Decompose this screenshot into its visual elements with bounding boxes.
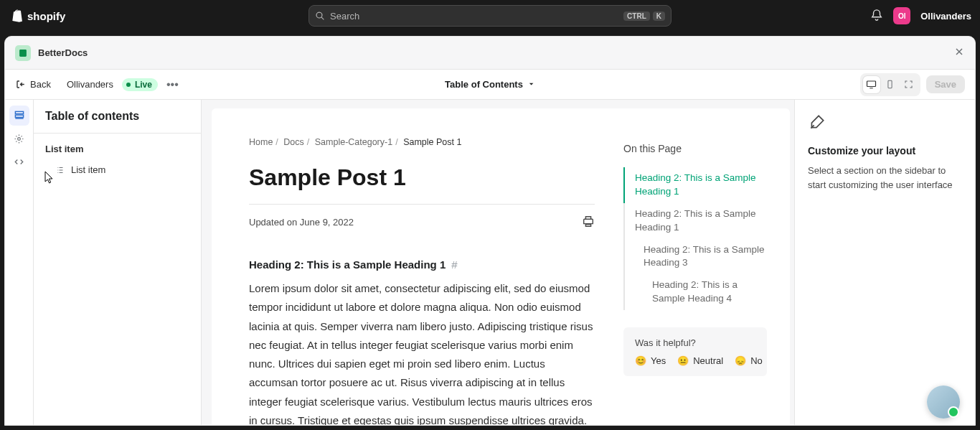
section-label[interactable]: List item [45, 144, 189, 154]
svg-rect-1 [867, 81, 876, 87]
breadcrumb-item[interactable]: Home [249, 137, 273, 147]
customize-desc: Select a section on the sidebar to start… [808, 164, 962, 192]
rail-code-button[interactable] [9, 151, 29, 172]
rail-settings-button[interactable] [9, 128, 29, 149]
preview-scroll[interactable]: Home/ Docs/ Sample-Category-1/ Sample Po… [212, 108, 790, 425]
svg-rect-4 [15, 115, 23, 117]
feedback-question: Was it helpful? [635, 337, 755, 348]
svg-rect-3 [15, 111, 23, 113]
store-crumb[interactable]: Ollivanders [67, 79, 113, 90]
otp-item[interactable]: Heading 2: This is a Sample Heading 1 [623, 167, 767, 203]
status-badge: Live [122, 78, 158, 91]
list-icon [55, 165, 65, 175]
doc-heading-2: Heading 2: This is a Sample Heading 1 # [249, 258, 595, 271]
save-button[interactable]: Save [926, 75, 965, 93]
tree-item-label: List item [71, 164, 105, 175]
customize-title: Customize your layout [808, 145, 962, 156]
app-title: BetterDocs [38, 47, 88, 58]
rail-sections-button[interactable] [9, 106, 29, 126]
status-label: Live [135, 80, 152, 90]
search-icon [315, 11, 326, 22]
exit-icon [15, 79, 26, 90]
feedback-box: Was it helpful? 😊Yes 😐Neutral 😞No [623, 327, 767, 376]
svg-point-5 [18, 137, 21, 140]
brush-icon [808, 113, 962, 134]
kbd-k: K [653, 11, 665, 21]
chevron-down-icon [527, 80, 535, 88]
print-icon[interactable] [582, 215, 595, 230]
svg-rect-0 [19, 50, 27, 57]
svg-rect-2 [888, 80, 892, 88]
otp-item[interactable]: Heading 2: This is a Sample Heading 3 [623, 239, 767, 275]
updated-date: Updated on June 9, 2022 [249, 217, 354, 228]
device-mobile-button[interactable] [882, 76, 899, 93]
more-actions-button[interactable]: ••• [166, 79, 179, 90]
left-icon-rail [5, 100, 34, 425]
notifications-icon[interactable] [870, 9, 883, 24]
search-placeholder: Search [330, 11, 359, 22]
breadcrumb-current: Sample Post 1 [403, 137, 461, 147]
anchor-hash-icon[interactable]: # [451, 258, 457, 271]
store-name[interactable]: Ollivanders [920, 11, 971, 22]
close-icon[interactable] [953, 46, 965, 60]
tree-item-list[interactable]: List item [45, 162, 189, 178]
back-label: Back [30, 79, 51, 90]
device-fullscreen-button[interactable] [900, 76, 918, 93]
feedback-no[interactable]: 😞No [735, 355, 763, 366]
template-dropdown-label: Table of Contents [445, 79, 523, 90]
otp-item[interactable]: Heading 2: This is a Sample Heading 4 [623, 274, 767, 310]
kbd-ctrl: CTRL [623, 11, 650, 21]
sections-panel: Table of contents List item List item [34, 100, 202, 425]
app-header: BetterDocs [5, 37, 975, 70]
on-this-page-list: Heading 2: This is a Sample Heading 1 He… [623, 167, 767, 310]
feedback-neutral[interactable]: 😐Neutral [677, 355, 723, 366]
support-avatar[interactable] [927, 385, 960, 419]
panel-title: Table of contents [45, 110, 189, 123]
editor-toolbar: Back Ollivanders Live ••• Table of Conte… [5, 70, 975, 100]
app-badge-icon [15, 45, 31, 61]
divider [249, 204, 595, 205]
breadcrumbs: Home/ Docs/ Sample-Category-1/ Sample Po… [249, 137, 595, 147]
template-dropdown[interactable]: Table of Contents [445, 79, 535, 90]
global-search[interactable]: Search CTRL K [308, 5, 672, 27]
doc-title: Sample Post 1 [249, 164, 595, 191]
breadcrumb-item[interactable]: Docs [283, 137, 303, 147]
device-switcher [860, 73, 920, 96]
feedback-yes[interactable]: 😊Yes [635, 355, 666, 366]
doc-body: Lorem ipsum dolor sit amet, consectetur … [249, 279, 595, 425]
store-avatar[interactable]: Ol [893, 7, 910, 24]
device-desktop-button[interactable] [863, 76, 880, 93]
otp-item[interactable]: Heading 2: This is a Sample Heading 1 [623, 203, 767, 239]
customize-panel: Customize your layout Select a section o… [794, 100, 975, 425]
doc-heading-text: Heading 2: This is a Sample Heading 1 [249, 258, 446, 271]
breadcrumb-item[interactable]: Sample-Category-1 [315, 137, 392, 147]
shopify-logo[interactable]: shopify [10, 9, 65, 23]
back-button[interactable]: Back [15, 79, 51, 90]
on-this-page-title: On this Page [623, 143, 767, 154]
preview-area: Home/ Docs/ Sample-Category-1/ Sample Po… [202, 100, 794, 425]
mouse-cursor [44, 171, 55, 184]
logo-text: shopify [27, 10, 65, 22]
shopify-topbar: shopify Search CTRL K Ol Ollivanders [0, 0, 980, 32]
